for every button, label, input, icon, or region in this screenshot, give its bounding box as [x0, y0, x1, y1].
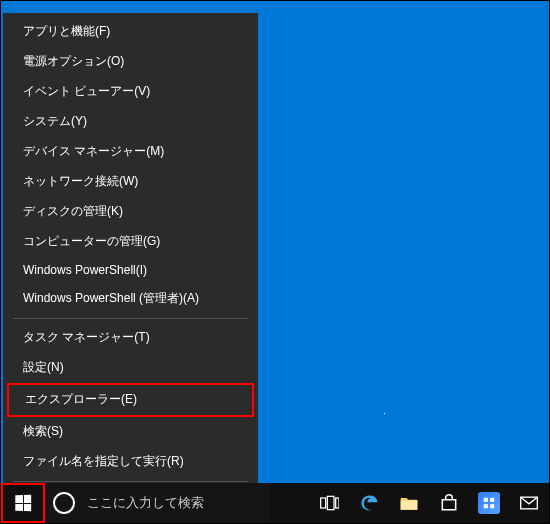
store-button[interactable] — [429, 483, 469, 523]
taskbar: ここに入力して検索 — [1, 483, 549, 523]
menu-item-disk-mgmt[interactable]: ディスクの管理(K) — [3, 197, 258, 227]
explorer-button[interactable] — [389, 483, 429, 523]
menu-item-search[interactable]: 検索(S) — [3, 417, 258, 447]
svg-rect-2 — [336, 498, 339, 508]
folder-icon — [399, 493, 419, 513]
taskbar-pinned-apps — [309, 483, 549, 523]
app-tile-button[interactable] — [469, 483, 509, 523]
windows-logo-icon — [15, 495, 31, 511]
taskbar-search[interactable]: ここに入力して検索 — [45, 483, 270, 523]
svg-rect-6 — [484, 504, 488, 508]
menu-item-explorer[interactable]: エクスプローラー(E) — [9, 385, 252, 415]
menu-item-powershell-admin[interactable]: Windows PowerShell (管理者)(A) — [3, 284, 258, 314]
menu-separator — [13, 481, 248, 482]
menu-item-power-options[interactable]: 電源オプション(O) — [3, 47, 258, 77]
app-tile-icon — [478, 492, 500, 514]
highlight-explorer: エクスプローラー(E) — [7, 383, 254, 417]
svg-rect-0 — [321, 498, 326, 508]
search-placeholder: ここに入力して検索 — [87, 494, 264, 512]
task-view-button[interactable] — [309, 483, 349, 523]
svg-rect-7 — [490, 504, 494, 508]
winx-context-menu: アプリと機能(F) 電源オプション(O) イベント ビューアー(V) システム(… — [3, 13, 258, 524]
menu-item-task-manager[interactable]: タスク マネージャー(T) — [3, 323, 258, 353]
cortana-circle-icon — [53, 492, 75, 514]
mail-button[interactable] — [509, 483, 549, 523]
menu-separator — [13, 318, 248, 319]
mail-icon — [519, 493, 539, 513]
svg-rect-1 — [327, 496, 334, 509]
menu-item-apps-features[interactable]: アプリと機能(F) — [3, 17, 258, 47]
menu-item-device-manager[interactable]: デバイス マネージャー(M) — [3, 137, 258, 167]
svg-rect-3 — [401, 501, 418, 510]
svg-rect-5 — [490, 498, 494, 502]
menu-item-run[interactable]: ファイル名を指定して実行(R) — [3, 447, 258, 477]
edge-button[interactable] — [349, 483, 389, 523]
start-button[interactable] — [1, 483, 45, 523]
edge-icon — [359, 493, 379, 513]
svg-rect-4 — [484, 498, 488, 502]
store-icon — [439, 493, 459, 513]
menu-item-system[interactable]: システム(Y) — [3, 107, 258, 137]
menu-item-event-viewer[interactable]: イベント ビューアー(V) — [3, 77, 258, 107]
cursor-dot — [384, 413, 385, 414]
menu-item-settings[interactable]: 設定(N) — [3, 353, 258, 383]
menu-item-powershell[interactable]: Windows PowerShell(I) — [3, 257, 258, 284]
menu-item-computer-mgmt[interactable]: コンピューターの管理(G) — [3, 227, 258, 257]
task-view-icon — [319, 493, 339, 513]
menu-item-network[interactable]: ネットワーク接続(W) — [3, 167, 258, 197]
